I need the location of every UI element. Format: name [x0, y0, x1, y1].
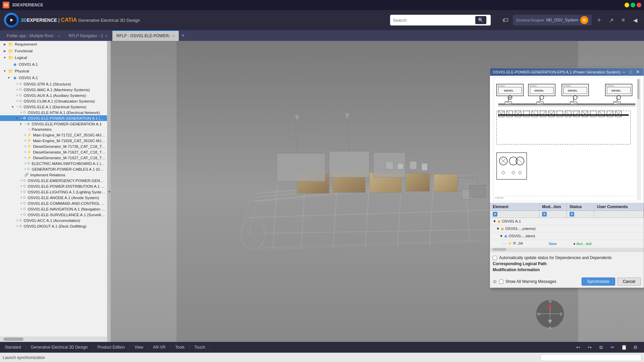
tree-item-power-gen-selected[interactable]: ▼ − ⚙ OSV01-ELE-POWER-GENERATION A.1 (Po… [0, 115, 107, 121]
expand-icon[interactable]: ▼ [7, 76, 11, 80]
synchronize-button[interactable]: Synchronize [582, 278, 615, 286]
expand-icon[interactable]: ▼ [15, 116, 19, 120]
scrollbar-thumb[interactable] [3, 338, 23, 341]
add-tab-button[interactable]: + [179, 30, 186, 41]
tree-item-cables[interactable]: + ⚙ GENERATOR-POWER-CABLES A.1 (GENERV [0, 166, 107, 172]
tree-item-mac[interactable]: + ⚙ OSV01-MAC A.1 (Machinery Systems) [0, 87, 107, 93]
dialog-minimize-btn[interactable]: ─ [621, 69, 627, 74]
tree-item-osv01-physical[interactable]: ▼ ◆ OSV01 A.1 [0, 74, 107, 81]
redo-icon-btn[interactable]: ↪ [585, 343, 594, 352]
expand-icon[interactable] [15, 179, 19, 183]
expand-icon[interactable] [19, 162, 23, 166]
expand-icon[interactable] [15, 201, 19, 205]
tree-item-ele[interactable]: ▼ − ⚙ OSV01-ELE A.1 (Electrical Systems) [0, 104, 107, 110]
bookmark-icon-btn[interactable]: 🏷 [501, 15, 510, 25]
tree-item-distribution[interactable]: + ⚙ OSV01-ELE-POWER-DISTRIBUTION A.1 (Po… [0, 183, 107, 189]
tree-item-requirement[interactable]: ▶ 📁 Requirement [0, 41, 107, 48]
expand-icon[interactable] [19, 144, 23, 148]
tab-standard[interactable]: Standard [0, 345, 26, 350]
tab-rflp-osv01-close[interactable]: ✕ [172, 34, 175, 38]
tree-scrollbar[interactable] [0, 337, 107, 342]
tree-item-ntw[interactable]: + ⚙ OSV01-ELE-NTW A.1 (Electrical Networ… [0, 110, 107, 115]
expand-icon[interactable] [15, 207, 19, 211]
collapse-right-button[interactable]: ◀ [631, 15, 640, 25]
expand-icon[interactable] [11, 219, 15, 223]
minimize-button[interactable] [625, 3, 629, 7]
expand-icon[interactable]: ▼ [3, 56, 7, 60]
sync-row-stem[interactable]: ▼ ◉ OSV01-...stem) [490, 233, 644, 240]
tree-item-aux[interactable]: + ⚙ OSV01-AUX A.1 (Auxiliary Systems) [0, 93, 107, 98]
expand-icon[interactable]: ▶ [3, 42, 7, 46]
filter-icon-mod[interactable]: ▼ [542, 212, 547, 217]
copy-icon-btn[interactable]: ⧉ [596, 343, 606, 352]
sync-scrollbar-thumb[interactable] [493, 248, 506, 251]
expand-icon[interactable] [11, 94, 15, 98]
expand-icon[interactable] [19, 133, 23, 137]
expand-icon[interactable]: ▼ [19, 122, 23, 126]
viewport-3d[interactable]: N S E W OSV01-ELE-POWER-GENERATION-EPS A… [111, 41, 644, 342]
row-expand-icon[interactable]: ▼ [493, 219, 496, 223]
tree-item-command[interactable]: + ⚙ OSV01-ELE-COMMAND-AND-CONTROL A.1 [0, 200, 107, 206]
expand-icon[interactable] [19, 167, 23, 171]
row-expand-icon[interactable]: ▼ [496, 227, 500, 231]
paste-icon-btn[interactable]: 📋 [619, 343, 629, 352]
tree-item-emergency[interactable]: + ⚙ OSV01-ELE-EMERGENCY-POWER-GENERATIO [0, 178, 107, 183]
sync-row-systems[interactable]: ▼ ◉ OSV01-...ystems) [490, 225, 644, 233]
status-input[interactable] [541, 354, 641, 361]
expand-icon[interactable]: ▶ [3, 49, 7, 53]
tree-item-diesel2[interactable]: + ⚡ DieselGenerator_M-71627_CAT_C18_Tier… [0, 149, 107, 155]
tree-item-impl-relations[interactable]: 🔗 Implement Relations [0, 172, 107, 178]
expand-icon[interactable] [7, 62, 11, 66]
expand-icon[interactable] [11, 99, 15, 103]
tab-tools[interactable]: Tools [170, 345, 190, 350]
tree-item-str[interactable]: + ⚙ OSV01-STR A.1 (Structure) [0, 81, 107, 87]
tree-item-functional[interactable]: ▶ 📁 Functional [0, 48, 107, 54]
settings2-icon-btn[interactable]: ⚙ [631, 343, 640, 352]
dialog-close-btn[interactable]: ✕ [635, 69, 641, 74]
tab-rflp-osv01[interactable]: RFLP - OSV01-ELE-POWER- ✕ [112, 30, 179, 41]
tree-item-clim[interactable]: + ⚙ OSV01-CLIM A.1 (Climatization System… [0, 98, 107, 104]
search-input[interactable] [393, 18, 473, 23]
tab-folder-app[interactable]: Folder app - Multiple Root : ✕ [3, 30, 64, 41]
filter-icon-status[interactable]: ▼ [570, 212, 574, 217]
panel-collapse-handle[interactable]: ◀ [107, 41, 111, 342]
tab-generative-electrical[interactable]: Generative Electrical 3D Design [26, 345, 93, 350]
expand-icon[interactable]: ▼ [11, 105, 15, 109]
row-expand-icon[interactable]: ▼ [499, 234, 503, 238]
tab-ar-vr[interactable]: AR-VR [148, 345, 170, 350]
tree-item-logical[interactable]: ▼ 📁 Logical [0, 54, 107, 61]
tree-item-acc[interactable]: + ⚙ OSV01-ACC A.1 (Accomodation) [0, 218, 107, 223]
tab-product-edition[interactable]: Product Edition [93, 345, 130, 350]
expand-icon[interactable]: ▼ [3, 69, 7, 73]
tree-item-diesel3[interactable]: + ⚡ DieselGenerator_M-71627_CAT_C18_Tier… [0, 155, 107, 161]
tab-touch[interactable]: Touch [190, 345, 210, 350]
tree-item-navigation[interactable]: + ⚙ OSV01-ELE-NAVIGATION A.1 (Navigation… [0, 206, 107, 212]
tree-item-surveillance[interactable]: + ⚙ OSV01-ELE-SURVEILLANCE A.1 (Surveill… [0, 212, 107, 218]
sync-scrollbar[interactable] [490, 248, 644, 252]
cancel-button[interactable]: Cancel [617, 278, 641, 286]
expand-icon[interactable] [11, 82, 15, 86]
tab-rflp-navigator[interactable]: RFLP Navigator - 2 ✕ [65, 30, 112, 41]
tree-item-engine2[interactable]: + ⚡ Main Engine_M-71628_CAT_3516C-MJR... [0, 138, 107, 143]
add-button[interactable]: + [594, 15, 604, 25]
tree-item-dkout[interactable]: + ⚙ OSV01-DKOUT A.1 (Deck Outfitting) [0, 223, 107, 229]
tab-view[interactable]: View [130, 345, 148, 350]
tree-item-parameters[interactable]: ≡ Parameters [0, 127, 107, 132]
maximize-button[interactable] [631, 3, 635, 7]
tree-item-diesel1[interactable]: + ⚡ DieselGenerator_M-71736_CAT_C18_Tier… [0, 143, 107, 149]
tree-item-power-gen-sub[interactable]: ▼ − ◉ OSV01-ELE-POWER-GENERATION A.1 [0, 121, 107, 127]
auto-update-checkbox[interactable] [493, 256, 497, 260]
expand-icon[interactable] [19, 150, 23, 154]
cut-icon-btn[interactable]: ✂ [608, 343, 617, 352]
close-button[interactable] [637, 3, 641, 7]
search-button[interactable]: 🔍 [475, 16, 486, 24]
expand-icon[interactable] [15, 196, 19, 200]
share-button[interactable]: ↗ [606, 15, 616, 25]
expand-icon[interactable] [11, 224, 15, 228]
show-warnings-checkbox[interactable] [499, 280, 503, 284]
expand-icon[interactable] [23, 127, 27, 131]
tab-folder-app-close[interactable]: ✕ [57, 34, 60, 38]
tree-item-anode[interactable]: + ⚙ OSV01-ELE-ANODE A.1 (Anode System) [0, 195, 107, 200]
sync-row-osv01[interactable]: ▼ ◉ OSV01 A.1 [490, 218, 644, 225]
expand-icon[interactable] [19, 139, 23, 143]
